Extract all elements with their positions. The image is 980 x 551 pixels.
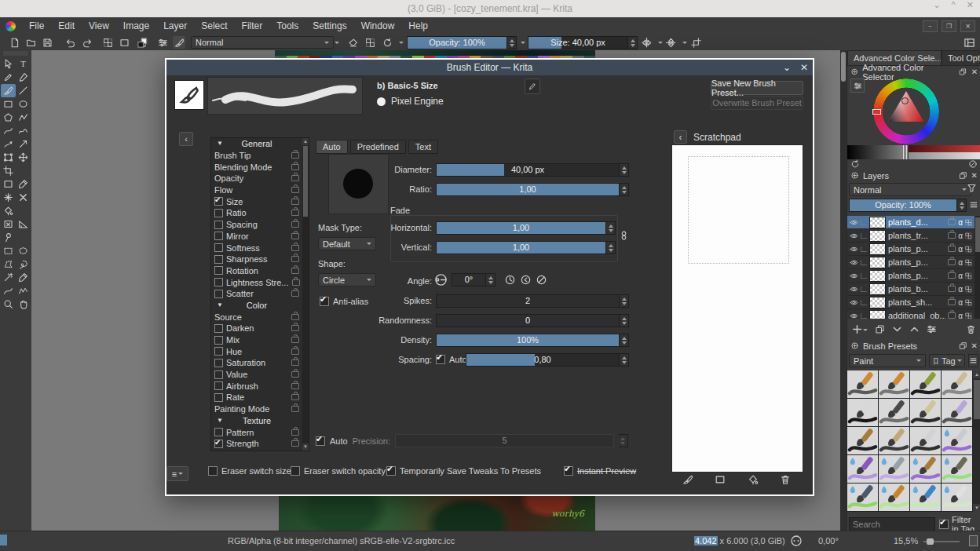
brush-preset-cell[interactable] (942, 370, 972, 398)
redo-button[interactable] (81, 36, 93, 49)
close-docker-icon[interactable]: ✕ (971, 341, 978, 350)
alpha-lock-icon[interactable]: α (958, 272, 963, 280)
option-row[interactable]: General (211, 138, 302, 150)
scratchpad-clear-icon[interactable] (780, 474, 791, 485)
fill-tool[interactable] (1, 204, 16, 217)
horizontal-mirror-button[interactable] (640, 36, 653, 49)
option-row[interactable]: Flow (211, 184, 302, 196)
float-docker-icon[interactable] (959, 341, 967, 350)
save-new-preset-button[interactable]: Save New Brush Preset... (711, 81, 803, 95)
lock-icon[interactable] (291, 359, 299, 366)
layer-name[interactable]: plants_tr... (888, 231, 945, 240)
lock-icon[interactable] (291, 406, 299, 412)
spacing-auto-checkbox[interactable]: Auto (436, 355, 467, 364)
layer-lock-icon[interactable] (948, 272, 956, 279)
menu-item[interactable]: Layer (156, 17, 194, 35)
layer-row[interactable]: additional_ob... α (847, 309, 975, 319)
spacing-slider[interactable]: 0,80 (466, 353, 629, 367)
visibility-eye-icon[interactable] (850, 312, 858, 319)
option-row[interactable]: Pattern (211, 426, 302, 438)
opacity-slider[interactable]: Opacity: 100% (407, 36, 517, 49)
option-row[interactable]: Ratio (211, 207, 302, 219)
spikes-slider[interactable]: 2 (436, 294, 629, 308)
angle-rotate-ccw-icon[interactable] (519, 273, 532, 286)
move-layer-down-button[interactable] (892, 324, 902, 334)
color-selector-settings-button[interactable] (850, 78, 865, 93)
brush-preset-cell[interactable] (847, 483, 878, 511)
option-row[interactable]: Rate (211, 392, 302, 403)
crop-tool[interactable] (1, 164, 16, 177)
save-tweaks-checkbox[interactable]: Temporarily Save Tweaks To Presets (386, 466, 541, 476)
visibility-eye-icon[interactable] (850, 245, 858, 254)
option-row[interactable]: Airbrush (211, 380, 302, 392)
line-tool[interactable] (16, 84, 31, 97)
canvas-vertical-scrollbar[interactable] (840, 50, 847, 531)
lock-icon[interactable] (291, 152, 299, 159)
scratchpad-collapse-button[interactable]: ‹ (674, 130, 687, 144)
layer-thumbnail[interactable] (869, 243, 886, 255)
brush-preset-cell[interactable] (910, 399, 941, 426)
brush-tip-tab[interactable]: Auto (316, 140, 348, 154)
option-checkbox[interactable] (214, 440, 223, 448)
instant-preview-checkbox[interactable]: Instant Preview (564, 466, 636, 476)
layer-lock-icon[interactable] (948, 299, 956, 305)
menu-item[interactable]: Select (194, 17, 234, 35)
reload-preset-button[interactable] (381, 36, 393, 49)
diameter-slider[interactable]: 40,00 px (436, 163, 629, 177)
option-row[interactable]: Color (211, 300, 302, 312)
lock-icon[interactable] (291, 394, 299, 400)
close-docker-icon[interactable]: ✕ (971, 68, 978, 76)
pan-tool[interactable] (16, 297, 31, 311)
fullscreen-canvas-icon[interactable] (969, 535, 978, 546)
option-row[interactable]: Size (211, 195, 302, 207)
eraser-switch-size-checkbox[interactable]: Eraser switch size (208, 466, 291, 476)
workspace-chooser-button[interactable] (963, 36, 975, 49)
horizontal-fade-slider[interactable]: 1,00 (436, 221, 616, 235)
inherit-alpha-icon[interactable] (965, 272, 972, 279)
lock-icon[interactable] (291, 348, 299, 355)
visibility-eye-icon[interactable] (850, 258, 858, 267)
lock-icon[interactable] (291, 187, 299, 193)
brush-preset-cell[interactable] (879, 370, 909, 398)
lock-icon[interactable] (291, 429, 299, 436)
zoom-slider[interactable] (923, 541, 960, 542)
precision-field[interactable]: 5 (395, 434, 614, 447)
scratchpad-fill-color-icon[interactable] (748, 474, 759, 485)
color-history-strips[interactable] (847, 145, 980, 159)
multibrush-tool[interactable] (16, 137, 31, 151)
brush-preset-cell[interactable] (879, 427, 909, 454)
lock-icon[interactable] (291, 325, 299, 331)
polygon-tool[interactable] (1, 111, 16, 124)
layer-name[interactable]: plants_sh... (888, 297, 945, 307)
move-layer-up-button[interactable] (909, 324, 920, 334)
option-row[interactable]: Mirror (211, 231, 302, 243)
layer-row[interactable]: plants_b... α (847, 283, 975, 296)
brush-preset-cell[interactable] (847, 427, 878, 454)
color-sampler-tool[interactable] (16, 177, 31, 191)
window-minimize-icon[interactable]: ⌄ (933, 0, 940, 10)
undo-button[interactable] (64, 36, 76, 49)
bezier-selection-tool[interactable] (1, 284, 16, 297)
overwrite-preset-button[interactable]: Overwrite Brush Preset (711, 96, 803, 110)
rectangular-selection-tool[interactable] (1, 244, 16, 257)
window-maximize-icon[interactable]: ^ (952, 0, 956, 10)
app-close-button[interactable]: ✕ (960, 20, 975, 32)
angle-disable-icon[interactable] (535, 273, 547, 286)
lock-icon[interactable] (291, 383, 299, 389)
visibility-eye-icon[interactable] (850, 218, 858, 227)
add-layer-button[interactable] (852, 324, 868, 334)
density-slider[interactable]: 100% (436, 334, 629, 347)
brush-preset-cell[interactable] (879, 483, 909, 511)
rectangle-tool[interactable] (1, 97, 16, 111)
inherit-alpha-icon[interactable] (965, 299, 972, 306)
eraser-switch-opacity-checkbox[interactable]: Eraser switch opacity (291, 466, 386, 476)
visibility-eye-icon[interactable] (850, 272, 858, 280)
scratchpad-paint-icon[interactable] (682, 474, 693, 485)
select-shapes-tool[interactable] (1, 57, 16, 71)
dynamic-brush-tool[interactable] (1, 137, 16, 151)
visibility-eye-icon[interactable] (850, 285, 858, 294)
brush-tip-tab[interactable]: Text (408, 140, 438, 154)
color-selector-header[interactable]: Advanced Color Selector ✕ (847, 65, 980, 78)
option-checkbox[interactable] (214, 221, 223, 229)
layers-header[interactable]: Layers ✕ (847, 169, 980, 182)
